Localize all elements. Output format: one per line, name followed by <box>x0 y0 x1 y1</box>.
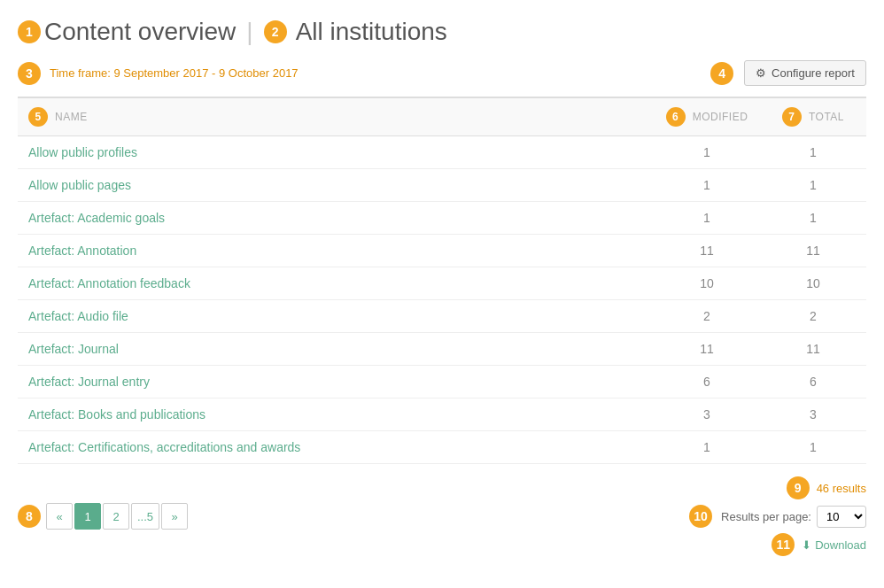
table-row: Artefact: Annotation1111 <box>18 235 866 267</box>
row-modified: 1 <box>654 169 760 202</box>
row-name-link[interactable]: Artefact: Academic goals <box>28 211 165 225</box>
pagination-last-button[interactable]: » <box>161 503 188 530</box>
badge-9: 9 <box>787 476 810 499</box>
pagination-page-2-button[interactable]: 2 <box>103 503 129 530</box>
row-total: 1 <box>760 136 866 169</box>
row-name-link[interactable]: Artefact: Audio file <box>28 309 128 323</box>
row-name-link[interactable]: Artefact: Annotation feedback <box>28 276 190 290</box>
table-row: Artefact: Books and publications33 <box>18 398 866 431</box>
configure-report-label: Configure report <box>772 66 855 80</box>
row-name-link[interactable]: Artefact: Certifications, accreditations… <box>28 440 300 454</box>
table-row: Artefact: Academic goals11 <box>18 202 866 235</box>
badge-1: 1 <box>18 20 41 43</box>
row-total: 1 <box>760 169 866 202</box>
row-name-link[interactable]: Allow public pages <box>28 178 131 192</box>
table-row: Artefact: Audio file22 <box>18 300 866 333</box>
row-name-link[interactable]: Allow public profiles <box>28 145 137 159</box>
col-modified-header: MODIFIED <box>693 111 748 123</box>
row-modified: 1 <box>654 202 760 235</box>
row-modified: 11 <box>654 333 760 366</box>
table-row: Allow public pages11 <box>18 169 866 202</box>
per-page-label: Results per page: <box>721 510 811 523</box>
time-frame-text: Time frame: 9 September 2017 - 9 October… <box>50 66 299 80</box>
badge-5: 5 <box>28 107 48 127</box>
row-total: 6 <box>760 366 866 398</box>
table-row: Artefact: Certifications, accreditations… <box>18 431 866 464</box>
badge-11: 11 <box>772 533 795 556</box>
badge-4: 4 <box>710 62 733 85</box>
content-table: 5 NAME 6 MODIFIED 7 TOTAL <box>18 97 866 464</box>
row-total: 1 <box>760 431 866 464</box>
title-part1: Content overview <box>44 18 236 46</box>
row-total: 3 <box>760 398 866 431</box>
row-total: 2 <box>760 300 866 333</box>
row-name-link[interactable]: Artefact: Annotation <box>28 244 136 258</box>
row-name-link[interactable]: Artefact: Journal <box>28 342 119 356</box>
row-name-link[interactable]: Artefact: Journal entry <box>28 375 150 389</box>
page-title: Content overview | 2 All institutions <box>44 18 447 46</box>
title-part2: All institutions <box>296 18 447 46</box>
badge-8: 8 <box>18 505 41 528</box>
table-row: Artefact: Journal1111 <box>18 333 866 366</box>
badge-2: 2 <box>264 20 287 43</box>
results-count-link[interactable]: 46 results <box>817 482 866 495</box>
pagination-ellipsis-button[interactable]: ...5 <box>131 503 159 530</box>
col-total-header: TOTAL <box>809 111 844 123</box>
table-row: Artefact: Journal entry66 <box>18 366 866 398</box>
pagination-first-button[interactable]: « <box>46 503 73 530</box>
badge-10: 10 <box>689 505 712 528</box>
row-modified: 10 <box>654 267 760 300</box>
row-name-link[interactable]: Artefact: Books and publications <box>28 407 205 422</box>
col-name-header: NAME <box>55 111 88 123</box>
row-modified: 11 <box>654 235 760 267</box>
badge-3: 3 <box>18 62 41 85</box>
table-row: Artefact: Annotation feedback1010 <box>18 267 866 300</box>
download-label: Download <box>815 538 866 552</box>
gear-icon: ⚙ <box>756 66 766 80</box>
row-total: 10 <box>760 267 866 300</box>
row-modified: 1 <box>654 431 760 464</box>
per-page-select[interactable]: 102550100 <box>817 506 866 528</box>
title-separator: | <box>246 18 252 46</box>
row-total: 11 <box>760 235 866 267</box>
row-modified: 3 <box>654 398 760 431</box>
download-button[interactable]: ⬇ Download <box>802 538 866 552</box>
row-total: 1 <box>760 202 866 235</box>
row-modified: 2 <box>654 300 760 333</box>
pagination-page-1-button[interactable]: 1 <box>74 503 101 530</box>
badge-7: 7 <box>782 107 802 127</box>
row-modified: 1 <box>654 136 760 169</box>
badge-6: 6 <box>666 107 686 127</box>
row-modified: 6 <box>654 366 760 398</box>
configure-report-button[interactable]: ⚙ Configure report <box>744 60 866 86</box>
row-total: 11 <box>760 333 866 366</box>
download-icon: ⬇ <box>802 538 811 552</box>
table-row: Allow public profiles11 <box>18 136 866 169</box>
